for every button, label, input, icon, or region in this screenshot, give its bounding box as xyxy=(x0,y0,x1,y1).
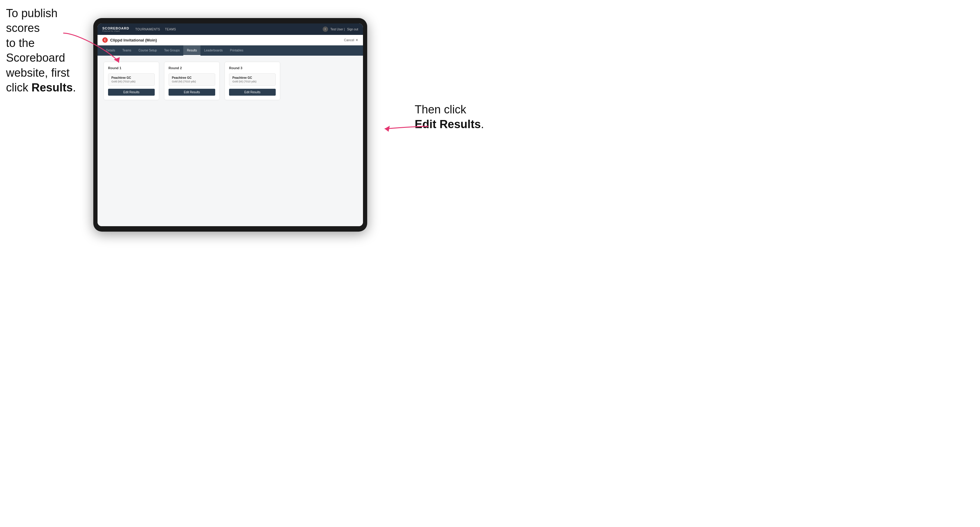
round-1-card: Round 1 Peachtree GC Gold (M) (7010 yds)… xyxy=(103,62,159,100)
round-3-course-detail: Gold (M) (7010 yds) xyxy=(232,80,272,83)
round-3-course-card: Peachtree GC Gold (M) (7010 yds) xyxy=(229,73,276,86)
tablet-frame: SCOREBOARD Powered by clippd TOURNAMENTS… xyxy=(93,18,367,232)
nav-teams[interactable]: TEAMS xyxy=(165,27,176,32)
round-2-title: Round 2 xyxy=(169,66,215,70)
main-content: Round 1 Peachtree GC Gold (M) (7010 yds)… xyxy=(97,56,363,226)
round-3-title: Round 3 xyxy=(229,66,276,70)
round-2-course-name: Peachtree GC xyxy=(172,76,212,79)
edit-results-round-1[interactable]: Edit Results xyxy=(108,89,155,96)
user-label: Test User | xyxy=(331,28,345,31)
tab-leaderboards[interactable]: Leaderboards xyxy=(200,45,226,56)
round-3-card: Round 3 Peachtree GC Gold (M) (7010 yds)… xyxy=(224,62,280,100)
round-3-course-name: Peachtree GC xyxy=(232,76,272,79)
arrow-to-edit-results xyxy=(380,117,431,135)
logo-main-text: SCOREBOARD xyxy=(102,27,129,30)
edit-results-round-3[interactable]: Edit Results xyxy=(229,89,276,96)
svg-marker-1 xyxy=(385,126,390,132)
round-1-title: Round 1 xyxy=(108,66,155,70)
nav-user: T Test User | Sign out xyxy=(323,27,358,32)
cancel-button[interactable]: Cancel ✕ xyxy=(344,38,358,42)
tab-results[interactable]: Results xyxy=(183,45,200,56)
user-avatar: T xyxy=(323,27,328,32)
round-2-course-detail: Gold (M) (7010 yds) xyxy=(172,80,212,83)
edit-results-round-2[interactable]: Edit Results xyxy=(169,89,215,96)
signout-link[interactable]: Sign out xyxy=(347,28,358,31)
nav-tournaments[interactable]: TOURNAMENTS xyxy=(135,27,160,32)
nav-links: TOURNAMENTS TEAMS xyxy=(135,27,322,32)
tournament-header: C Clippd Invitational (Moin) Cancel ✕ xyxy=(97,35,363,45)
tab-course-setup[interactable]: Course Setup xyxy=(135,45,161,56)
round-1-course-name: Peachtree GC xyxy=(111,76,151,79)
tablet-screen: SCOREBOARD Powered by clippd TOURNAMENTS… xyxy=(97,24,363,226)
round-2-card: Round 2 Peachtree GC Gold (M) (7010 yds)… xyxy=(164,62,220,100)
tab-bar: Details Teams Course Setup Tee Groups Re… xyxy=(97,45,363,56)
tab-printables[interactable]: Printables xyxy=(226,45,247,56)
arrow-to-results xyxy=(60,30,123,66)
round-2-course-card: Peachtree GC Gold (M) (7010 yds) xyxy=(169,73,215,86)
app-navigation: SCOREBOARD Powered by clippd TOURNAMENTS… xyxy=(97,24,363,35)
tab-tee-groups[interactable]: Tee Groups xyxy=(161,45,183,56)
round-1-course-detail: Gold (M) (7010 yds) xyxy=(111,80,151,83)
round-1-course-card: Peachtree GC Gold (M) (7010 yds) xyxy=(108,73,155,86)
rounds-grid: Round 1 Peachtree GC Gold (M) (7010 yds)… xyxy=(103,62,357,100)
